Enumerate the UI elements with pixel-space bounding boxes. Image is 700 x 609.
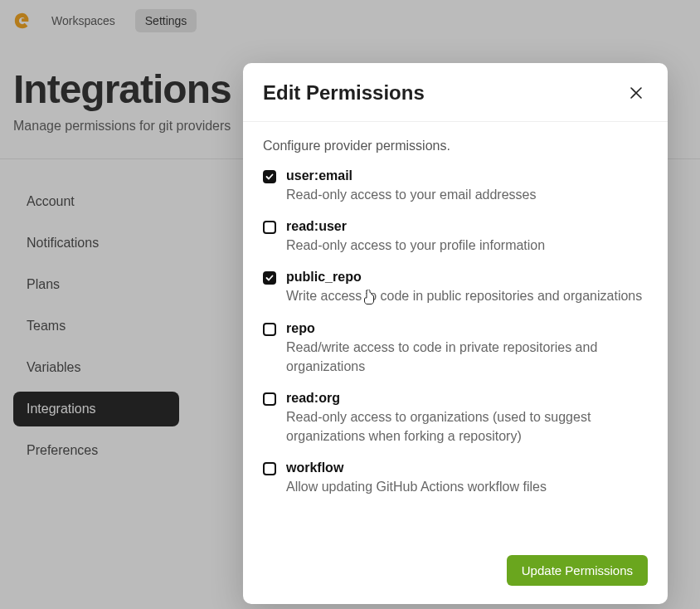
update-permissions-button[interactable]: Update Permissions — [507, 555, 648, 586]
permission-description: Write access to code in public repositor… — [286, 286, 648, 305]
permission-description: Allow updating GitHub Actions workflow f… — [286, 477, 648, 496]
modal-overlay[interactable]: Edit Permissions Configure provider perm… — [0, 0, 700, 609]
permission-row: user:emailRead-only access to your email… — [263, 168, 648, 204]
permission-name: public_repo — [286, 270, 648, 285]
permission-name: read:org — [286, 391, 648, 406]
permission-row: repoRead/write access to code in private… — [263, 321, 648, 376]
permission-name: repo — [286, 321, 648, 336]
permission-row: public_repoWrite access to code in publi… — [263, 270, 648, 305]
permission-description: Read-only access to your profile informa… — [286, 236, 648, 255]
close-icon — [629, 85, 644, 100]
modal-title: Edit Permissions — [263, 81, 425, 105]
permission-checkbox[interactable] — [263, 392, 276, 406]
close-button[interactable] — [625, 81, 648, 105]
edit-permissions-modal: Edit Permissions Configure provider perm… — [243, 63, 668, 604]
permission-name: workflow — [286, 460, 648, 475]
permission-row: read:userRead-only access to your profil… — [263, 219, 648, 255]
permission-checkbox[interactable] — [263, 221, 276, 234]
permission-checkbox[interactable] — [263, 462, 276, 475]
permission-checkbox[interactable] — [263, 170, 276, 183]
permission-description: Read-only access to organizations (used … — [286, 407, 648, 446]
permission-checkbox[interactable] — [263, 271, 276, 285]
modal-description: Configure provider permissions. — [263, 139, 648, 153]
permission-description: Read-only access to your email addresses — [286, 185, 648, 204]
permission-checkbox[interactable] — [263, 323, 276, 336]
permission-description: Read/write access to code in private rep… — [286, 338, 648, 376]
permission-name: user:email — [286, 168, 648, 183]
permission-name: read:user — [286, 219, 648, 234]
permission-row: workflowAllow updating GitHub Actions wo… — [263, 460, 648, 496]
permission-row: read:orgRead-only access to organization… — [263, 391, 648, 446]
